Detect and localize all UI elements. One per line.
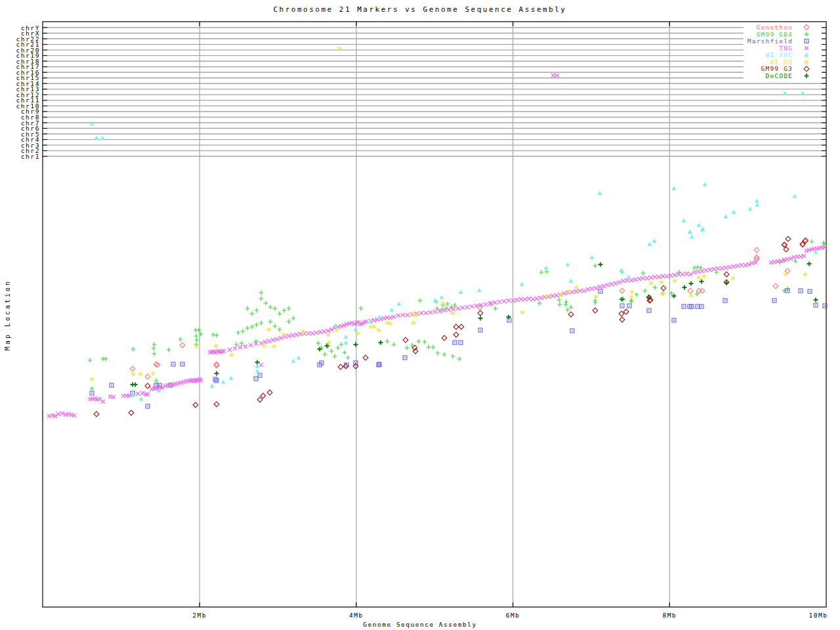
- chart-page: Chromosome 21 Markers vs Genome Sequence…: [0, 0, 840, 630]
- series-gm99-g3: [94, 236, 808, 417]
- series-decode: [131, 262, 818, 387]
- plot-border: [43, 22, 826, 607]
- series-tng: [47, 74, 827, 418]
- chart-title: Chromosome 21 Markers vs Genome Sequence…: [0, 5, 840, 14]
- series-wi-yac: [90, 91, 818, 400]
- series-wi-rh: [90, 46, 808, 382]
- x-axis-title: Genome Sequence Assembly: [0, 621, 840, 628]
- legend-label-tng: TNG: [779, 45, 793, 52]
- y-tick-label-chr1: chr1: [21, 153, 40, 160]
- x-tick-label-4Mb: 4Mb: [349, 612, 364, 619]
- x-tick-label-2Mb: 2Mb: [192, 612, 207, 619]
- legend-label-genethon: Genethon: [757, 24, 793, 31]
- legend-label-wi-yac: WI YAC: [765, 51, 793, 58]
- legend-label-wi-rh: WI RH: [770, 58, 793, 66]
- series-marshfield: [90, 289, 827, 408]
- legend-label-decode: DeCODE: [765, 72, 793, 79]
- x-tick-label-6Mb: 6Mb: [506, 612, 520, 619]
- x-tick-label-10Mb: 10Mb: [809, 612, 828, 619]
- series-gm99-gb4: [88, 240, 827, 391]
- x-tick-label-8Mb: 8Mb: [662, 612, 677, 619]
- legend-label-gm99-gb4: GM99 GB4: [757, 31, 793, 38]
- scatter-plot-canvas: chrYchrXchr22chr21chr20chr19chr18chr17ch…: [0, 0, 840, 630]
- legend-label-gm99-g3: GM99 G3: [761, 65, 793, 72]
- legend-label-marshfield: Marshfield: [747, 37, 793, 45]
- series-genethon: [130, 238, 808, 379]
